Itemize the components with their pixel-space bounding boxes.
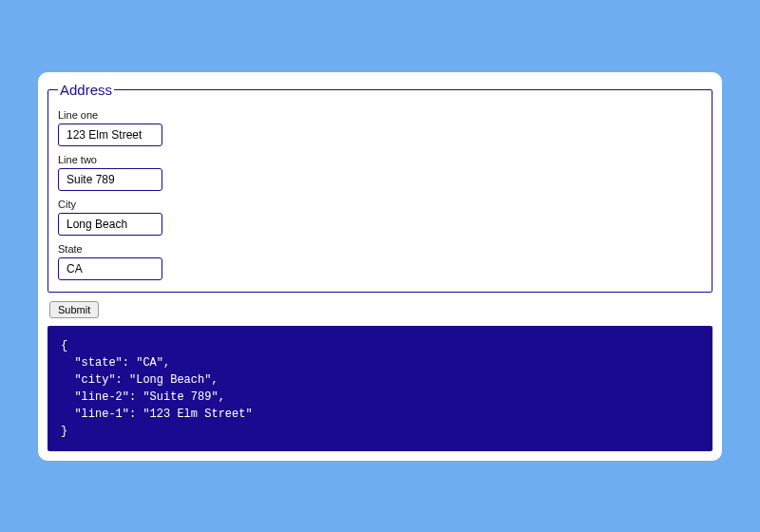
label-line-one: Line one: [58, 109, 702, 121]
label-state: State: [58, 243, 702, 255]
submit-button[interactable]: Submit: [49, 301, 99, 318]
field-line-two: Line two: [58, 154, 702, 191]
input-line-two[interactable]: [58, 168, 162, 191]
input-line-one[interactable]: [58, 124, 162, 146]
label-city: City: [58, 199, 702, 210]
card: Address Line one Line two City State Sub…: [38, 72, 722, 461]
json-output: { "state": "CA", "city": "Long Beach", "…: [48, 326, 712, 451]
field-line-one: Line one: [58, 109, 702, 146]
address-form: Address Line one Line two City State Sub…: [48, 82, 712, 318]
label-line-two: Line two: [58, 154, 702, 165]
fieldset-legend: Address: [58, 82, 114, 98]
address-fieldset: Address Line one Line two City State: [48, 82, 712, 293]
field-city: City: [58, 199, 702, 236]
field-state: State: [58, 243, 702, 280]
input-city[interactable]: [58, 213, 162, 236]
input-state[interactable]: [58, 257, 162, 280]
